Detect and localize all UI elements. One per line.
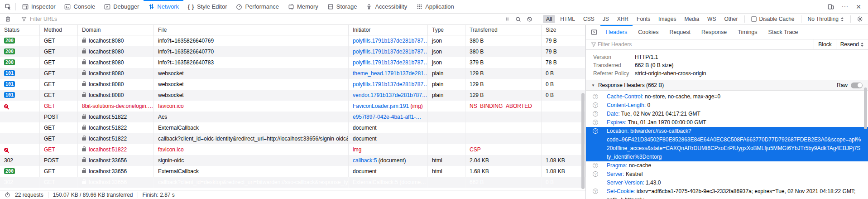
table-row[interactable]: 302POSTlocalhost:33656signin-oidccallbac… [0,155,585,166]
help-icon[interactable]: ? [593,163,598,168]
sidebar-toggle-icon[interactable] [589,28,599,36]
table-row[interactable]: 200GETlocalhost:8080info?t=1635826640770… [0,46,585,57]
help-icon[interactable]: ? [593,111,598,116]
initiator-link[interactable]: polyfills.1791b137de281b787… [353,49,428,55]
tab-network[interactable]: Network [144,0,183,14]
help-icon[interactable]: ? [593,102,598,108]
table-row[interactable]: 200GETlocalhost:33656ExternalCallbackdoc… [0,166,585,177]
filter-images[interactable]: Images [655,15,679,23]
filter-js[interactable]: JS [599,15,612,23]
tab-style-editor[interactable]: { }Style Editor [183,0,231,14]
response-header-row[interactable]: ?Date: Tue, 02 Nov 2021 04:17:21 GMT [586,110,868,118]
response-header-row[interactable]: ?Expires: Thu, 01 Jan 1970 00:00:00 GMT [586,118,868,127]
initiator-link[interactable]: polyfills.1791b137de281b787… [353,38,428,44]
filter-headers-input[interactable] [597,41,814,48]
column-header-method[interactable]: Method [40,25,78,35]
initiator-link[interactable]: e957f897-042e-4ba1-aff1-… [353,114,421,120]
table-row[interactable]: GETlocalhost:51822ExternalCallbackdocume… [0,122,585,133]
column-header-initiator[interactable]: Initiator [349,25,428,35]
details-tab-request[interactable]: Request [664,25,696,39]
filter-fonts[interactable]: Fonts [633,15,653,23]
pause-icon[interactable] [505,16,510,22]
collapse-arrow-icon[interactable]: ▼ [591,83,595,87]
filter-xhr[interactable]: XHR [614,15,632,23]
response-header-row[interactable]: ?Location: bitwarden://sso-callback?code… [586,127,868,161]
initiator-link[interactable]: FaviconLoader.jsm:191 [353,103,409,109]
disable-cache-checkbox[interactable] [751,16,757,22]
details-tab-stack-trace[interactable]: Stack Trace [763,25,804,39]
filter-urls-input[interactable] [29,15,500,23]
initiator-link[interactable]: vendor.1791b137de281b787… [353,92,427,98]
initiator-link[interactable]: callback:5 [353,157,377,164]
column-header-size[interactable]: Size [542,25,585,35]
tab-memory[interactable]: Memory [283,0,323,14]
table-row[interactable]: GETlocalhost:51822callback?client_id=oid… [0,133,585,144]
initiator-link[interactable]: ExternalCallback:5 [353,179,398,185]
resend-button[interactable]: Resend [836,39,868,49]
response-header-row[interactable]: ?Set-Cookie: idsrv=adf6cba1-7075-402b-9e… [586,187,868,199]
trash-icon[interactable] [3,15,13,23]
block-icon[interactable] [527,16,532,22]
response-header-row[interactable]: ?Server: Kestrel [586,170,868,179]
tab-label: Accessibility [375,3,407,10]
initiator-link[interactable]: polyfills.1791b137de281b787… [353,59,428,66]
details-tab-response[interactable]: Response [696,25,732,39]
initiator-link[interactable]: polyfills.1791b137de281b787… [353,81,428,87]
details-scrollbar[interactable] [864,87,867,129]
table-scrollbar[interactable] [581,93,585,189]
column-header-status[interactable]: Status [0,25,40,35]
initiator-link[interactable]: theme_head.1791b137de281… [353,70,428,77]
throttling-select[interactable]: No Throttling [805,16,847,22]
table-row[interactable]: 101GETlocalhost:8080websocketpolyfills.1… [0,79,585,90]
tab-storage[interactable]: Storage [323,0,362,14]
meatball-menu-icon[interactable]: ⋯ [839,2,851,12]
filter-css[interactable]: CSS [580,15,598,23]
response-header-row[interactable]: ?Pragma: no-cache [586,161,868,170]
table-row[interactable]: 200GETlocalhost:8080info?t=1635826640769… [0,35,585,46]
updown-icon [840,17,844,22]
responsive-design-icon[interactable] [825,3,836,11]
tab-performance[interactable]: Performance [231,0,283,14]
table-row[interactable]: POSTlocalhost:51822Acse957f897-042e-4ba1… [0,112,585,122]
table-row[interactable]: 302GETlocalhost:33656callback?client_id=… [0,177,585,188]
details-tab-timings[interactable]: Timings [732,25,762,39]
help-icon[interactable]: ? [593,128,598,134]
details-tab-headers[interactable]: Headers [600,25,633,39]
table-row[interactable]: 200GETlocalhost:8080info?t=1635826640783… [0,57,585,68]
raw-toggle[interactable] [851,83,863,88]
search-icon[interactable] [515,16,521,22]
column-header-type[interactable]: Type [428,25,465,35]
filter-ws[interactable]: WS [704,15,719,23]
response-header-row[interactable]: ?Cache-Control: no-store, no-cache, max-… [586,92,868,101]
column-header-domain[interactable]: Domain [78,25,154,35]
help-icon[interactable]: ? [593,189,598,194]
tab-inspector[interactable]: Inspector [18,0,60,14]
filter-html[interactable]: HTML [557,15,578,23]
filter-media[interactable]: Media [681,15,702,23]
table-row[interactable]: GET8bit-solutions-dev.onelogin.…favicon.… [0,101,585,112]
tab-accessibility[interactable]: Accessibility [361,0,412,14]
tab-application[interactable]: Application [412,0,459,14]
pick-element-icon[interactable] [3,3,14,11]
separator [801,15,801,23]
response-header-row[interactable]: Server-Version: 1.43.0 [586,179,868,187]
tab-console[interactable]: Console [60,0,100,14]
table-row[interactable]: 101GETlocalhost:8080websockettheme_head.… [0,68,585,79]
help-icon[interactable]: ? [593,171,598,177]
table-row[interactable]: 101GETlocalhost:8080websocketvendor.1791… [0,90,585,101]
help-icon[interactable]: ? [593,120,598,125]
help-icon[interactable]: ? [593,94,598,99]
block-button[interactable]: Block [814,39,835,49]
close-icon[interactable]: ✕ [854,2,863,11]
gear-icon[interactable] [854,15,865,23]
column-header-transferred[interactable]: Transferred [465,25,542,35]
filter-other[interactable]: Other [721,15,741,23]
response-headers-section-header[interactable]: ▼ Response Headers (662 B) Raw [586,80,868,91]
tab-label: Network [157,3,179,10]
tab-debugger[interactable]: Debugger [100,0,144,14]
details-tab-cookies[interactable]: Cookies [633,25,664,39]
column-header-file[interactable]: File [154,25,349,35]
table-row[interactable]: GETlocalhost:51822favicon.icoimgCSP [0,144,585,155]
filter-all[interactable]: All [543,15,555,23]
response-header-row[interactable]: ?Content-Length: 0 [586,101,868,110]
